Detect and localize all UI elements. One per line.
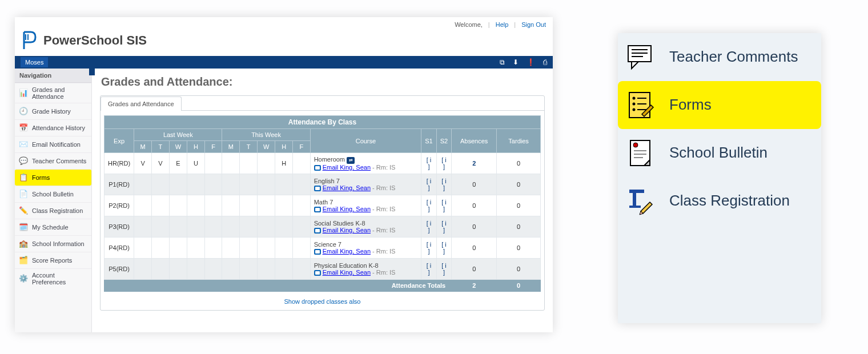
- cell-attendance-code: [222, 216, 240, 238]
- nav-item-icon: 📋: [18, 172, 29, 183]
- download-icon[interactable]: ⬇: [513, 58, 519, 66]
- sidebar-item-grades-and-attendance[interactable]: 📊Grades and Attendance: [15, 83, 91, 103]
- zoom-item-forms[interactable]: Forms: [618, 81, 821, 129]
- nav-item-icon: 🕘: [18, 106, 29, 116]
- navigation-heading: Navigation: [15, 69, 91, 83]
- zoom-item-teacher-comments[interactable]: Teacher Comments: [618, 33, 821, 81]
- cell-absences: 0: [452, 174, 497, 195]
- cell-attendance-code: [275, 238, 293, 259]
- teacher-email-link[interactable]: Email King, Sean: [323, 206, 371, 212]
- cell-course: Physical Education K-8Email King, Sean -…: [310, 259, 421, 280]
- course-name: Homeroom ⇄: [314, 156, 418, 164]
- sidebar-item-email-notification[interactable]: ✉️Email Notification: [15, 136, 91, 152]
- table-row: P2(RD)Math 7Email King, Sean - Rm: IS[ i…: [105, 195, 541, 216]
- sidebar-item-score-reports[interactable]: 🗂️Score Reports: [15, 252, 91, 268]
- sidebar-item-class-registration[interactable]: ✏️Class Registration: [15, 202, 91, 219]
- teacher-email-link[interactable]: Email King, Sean: [323, 184, 371, 191]
- nav-item-icon: 🗂️: [18, 255, 29, 266]
- nav-item-icon: ✏️: [18, 206, 29, 216]
- grade-s2-link[interactable]: [ i ]: [441, 220, 447, 234]
- grade-s1-link[interactable]: [ i ]: [427, 199, 432, 212]
- sidebar-item-forms[interactable]: 📋Forms: [15, 169, 91, 186]
- grade-s1-link[interactable]: [ i ]: [427, 220, 432, 234]
- email-icon[interactable]: [314, 207, 321, 212]
- tab-grades-attendance[interactable]: Grades and Attendance: [101, 96, 182, 111]
- grade-s2-link[interactable]: [ i ]: [441, 262, 447, 276]
- cell-course: English 7Email King, Sean - Rm: IS: [310, 174, 421, 195]
- grade-s1-link[interactable]: [ i ]: [427, 262, 432, 276]
- grade-s2-link[interactable]: [ i ]: [441, 156, 447, 170]
- attendance-table: Attendance By Class Exp Last Week This W…: [104, 115, 541, 292]
- teacher-email-link[interactable]: Email King, Sean: [323, 164, 371, 171]
- zoom-item-class-registration[interactable]: Class Registration: [618, 177, 821, 225]
- cell-attendance-code: [275, 174, 293, 195]
- sidebar-item-teacher-comments[interactable]: 💬Teacher Comments: [15, 152, 91, 169]
- svg-rect-1: [27, 34, 29, 40]
- cell-attendance-code: [204, 238, 222, 259]
- svg-point-16: [633, 143, 638, 147]
- signout-link[interactable]: Sign Out: [521, 21, 546, 28]
- header-utility-row: Welcome, | Help | Sign Out: [22, 19, 546, 30]
- col-last-week: Last Week: [134, 129, 222, 141]
- teacher-email-link[interactable]: Email King, Sean: [323, 269, 371, 276]
- nav-item-icon: 📅: [18, 123, 29, 133]
- grade-s1-link[interactable]: [ i ]: [427, 156, 432, 170]
- sidebar-item-school-bulletin[interactable]: 📄School Bulletin: [15, 186, 91, 202]
- sidebar-item-grade-history[interactable]: 🕘Grade History: [15, 103, 91, 119]
- email-icon[interactable]: [314, 186, 321, 191]
- cell-attendance-code: [222, 174, 240, 195]
- popout-icon[interactable]: ⧉: [500, 58, 505, 66]
- day-header: W: [169, 141, 187, 153]
- alert-icon[interactable]: ❗: [527, 58, 535, 66]
- sidebar-item-account-preferences[interactable]: ⚙️Account Preferences: [15, 268, 91, 288]
- grade-s2-link[interactable]: [ i ]: [441, 199, 447, 212]
- teacher-email-link[interactable]: Email King, Sean: [323, 227, 371, 234]
- zoom-item-icon: [625, 89, 657, 121]
- teacher-email-link[interactable]: Email King, Sean: [323, 248, 371, 255]
- student-bar: Moses ⧉ ⬇ ❗ ⎙: [15, 56, 553, 69]
- grade-s2-link[interactable]: [ i ]: [441, 241, 447, 255]
- cell-tardies: 0: [497, 259, 541, 280]
- cell-attendance-code: [293, 238, 311, 259]
- show-dropped-link[interactable]: Show dropped classes also: [284, 298, 361, 305]
- cell-attendance-code: [293, 216, 311, 238]
- grade-s1-link[interactable]: [ i ]: [427, 241, 432, 255]
- totals-label: Attendance Totals: [105, 280, 452, 292]
- email-icon[interactable]: [314, 270, 321, 276]
- powerschool-window: Welcome, | Help | Sign Out PowerSchool S…: [15, 17, 553, 332]
- cell-course: Homeroom ⇄Email King, Sean - Rm: IS: [310, 153, 421, 174]
- cell-attendance-code: [204, 174, 222, 195]
- cell-attendance-code: [169, 195, 187, 216]
- email-icon[interactable]: [314, 165, 321, 171]
- course-name: Physical Education K-8: [314, 262, 418, 269]
- table-row: P3(RD)Social Studies K-8Email King, Sean…: [105, 216, 541, 238]
- page-title: Grades and Attendance:: [101, 75, 545, 88]
- grade-s1-link[interactable]: [ i ]: [427, 178, 432, 191]
- sidebar-item-my-schedule[interactable]: 🗓️My Schedule: [15, 219, 91, 235]
- grade-s2-link[interactable]: [ i ]: [441, 178, 447, 191]
- day-header: T: [240, 141, 258, 153]
- sidebar-item-attendance-history[interactable]: 📅Attendance History: [15, 119, 91, 136]
- email-icon[interactable]: [314, 249, 321, 255]
- cell-attendance-code: [204, 216, 222, 238]
- zoom-item-school-bulletin[interactable]: School Bulletin: [618, 129, 821, 177]
- svg-point-9: [633, 103, 636, 106]
- content-area: Grades and Attendance: Grades and Attend…: [92, 69, 553, 332]
- print-icon[interactable]: ⎙: [543, 58, 547, 66]
- room-label: - Rm: IS: [372, 206, 395, 212]
- email-icon[interactable]: [314, 228, 321, 234]
- help-link[interactable]: Help: [496, 21, 509, 28]
- sidebar-item-school-information[interactable]: 🏫School Information: [15, 235, 91, 252]
- cell-attendance-code: [169, 174, 187, 195]
- brand-row: PowerSchool SIS: [22, 30, 546, 56]
- cell-attendance-code: [152, 174, 170, 195]
- bus-icon: ⇄: [347, 157, 355, 164]
- cell-attendance-code: V: [134, 153, 152, 174]
- student-tab[interactable]: Moses: [21, 57, 48, 67]
- day-header: T: [152, 141, 170, 153]
- absences-link[interactable]: 2: [472, 160, 476, 167]
- cell-tardies: 0: [497, 238, 541, 259]
- cell-exp: P5(RD): [105, 259, 134, 280]
- zoom-item-label: Forms: [669, 97, 712, 112]
- nav-item-label: Grade History: [32, 108, 71, 115]
